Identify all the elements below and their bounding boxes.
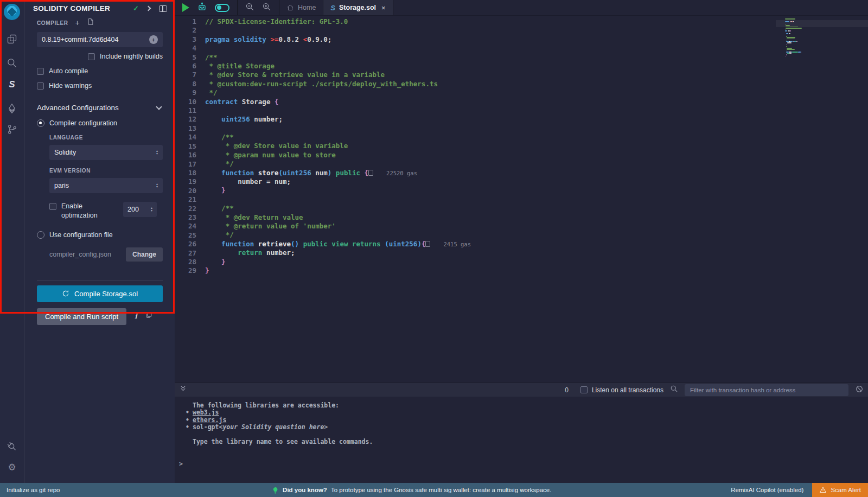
add-compiler-icon[interactable]: + [75,20,80,26]
code-line[interactable]: } [205,258,868,266]
code-line[interactable]: function retrieve() public view returns … [205,240,868,248]
code-line[interactable]: number = num; [205,177,868,186]
code-line[interactable]: * @title Storage [205,62,868,71]
code-line[interactable]: */ [205,160,868,168]
line-number[interactable]: 11 [175,106,196,115]
ethers-link[interactable]: ethers.js [193,417,226,424]
compile-button[interactable]: Compile Storage.sol [37,285,163,302]
line-number[interactable]: 25 [175,231,196,240]
code-line[interactable] [205,44,868,53]
code-line[interactable]: // SPDX-License-Identifier: GPL-3.0 [205,17,868,26]
code-line[interactable]: */ [205,88,868,97]
code-line[interactable]: * @dev Store value in variable [205,142,868,150]
line-number[interactable]: 10 [175,98,196,106]
init-git-repo-button[interactable]: Initialize as git repo [7,487,60,493]
code-line[interactable]: /** [205,204,868,213]
clear-terminal-icon[interactable] [855,385,864,396]
git-branch-icon[interactable] [5,122,19,136]
code-line[interactable]: return number; [205,248,868,257]
optimization-runs-input[interactable] [127,206,146,213]
code-line[interactable]: uint256 number; [205,115,868,124]
enable-optimization-checkbox[interactable] [49,203,56,210]
collapse-terminal-icon[interactable] [179,385,187,395]
chevron-right-icon[interactable] [146,6,151,11]
zoom-out-icon[interactable] [245,2,254,14]
settings-gear-icon[interactable]: ⚙ [5,460,19,474]
code-line[interactable]: * @dev Store & retrieve value in a varia… [205,71,868,79]
web3-link[interactable]: web3.js [193,409,219,416]
zoom-in-icon[interactable] [262,2,271,14]
line-number-gutter[interactable]: 1234567891011121314151617181920212223242… [175,16,205,383]
deploy-run-ethereum-icon[interactable] [5,101,19,116]
evm-version-select[interactable]: paris ▴▾ [49,178,163,193]
compile-and-run-button[interactable]: Compile and Run script [37,308,126,325]
code-line[interactable]: /** [205,133,868,142]
line-number[interactable]: 4 [175,44,196,53]
solidity-compiler-icon[interactable]: S [5,78,19,92]
code-line[interactable] [205,106,868,115]
line-number[interactable]: 22 [175,205,196,213]
run-script-play-icon[interactable] [182,3,189,12]
info-icon[interactable]: i [135,313,137,320]
line-number[interactable]: 2 [175,26,196,35]
line-number[interactable]: 6 [175,62,196,71]
code-line[interactable]: } [205,266,868,275]
listen-all-transactions-checkbox[interactable] [580,386,588,393]
tab-home[interactable]: Home [279,0,323,15]
line-number[interactable]: 3 [175,35,196,44]
copy-icon[interactable] [145,311,152,321]
line-number[interactable]: 20 [175,187,196,195]
line-number[interactable]: 27 [175,249,196,258]
line-number[interactable]: 24 [175,222,196,231]
code-editor[interactable]: 1234567891011121314151617181920212223242… [175,16,868,383]
plugin-manager-icon[interactable] [5,439,19,454]
code-area[interactable]: // SPDX-License-Identifier: GPL-3.0pragm… [205,16,868,383]
line-number[interactable]: 29 [175,266,196,275]
change-config-button[interactable]: Change [126,247,163,262]
line-number[interactable]: 26 [175,240,196,248]
line-number[interactable]: 21 [175,195,196,204]
line-number[interactable]: 18 [175,169,196,177]
search-icon[interactable] [5,56,19,70]
code-line[interactable]: * @return value of 'number' [205,222,868,231]
line-number[interactable]: 15 [175,142,196,151]
split-panel-icon[interactable] [159,5,167,12]
compiler-version-select[interactable]: 0.8.19+commit.7dd6d404 ▴▾ [37,32,163,47]
code-line[interactable]: contract Storage { [205,98,868,106]
code-line[interactable]: * @custom:dev-run-script ./scripts/deplo… [205,80,868,88]
terminal-prompt[interactable]: > [179,461,868,468]
custom-compiler-file-icon[interactable] [87,18,94,28]
line-number[interactable]: 14 [175,133,196,142]
line-number[interactable]: 7 [175,71,196,79]
code-line[interactable]: /** [205,53,868,62]
scam-alert-badge[interactable]: Scam Alert [812,483,868,497]
auto-compile-checkbox[interactable] [37,68,44,75]
code-line[interactable]: */ [205,231,868,239]
include-nightly-checkbox[interactable] [88,53,95,60]
line-number[interactable]: 12 [175,115,196,124]
code-line[interactable]: function store(uint256 num) public { 225… [205,169,868,177]
code-line[interactable]: * @dev Return value [205,213,868,222]
code-line[interactable] [205,124,868,133]
stepper-caret-icon[interactable]: ▴▾ [151,207,152,212]
remix-logo-icon[interactable] [4,4,20,20]
line-number[interactable]: 13 [175,124,196,133]
copilot-status[interactable]: RemixAI Copilot (enabled) [731,487,803,493]
line-number[interactable]: 19 [175,177,196,186]
transaction-filter-input[interactable] [685,384,848,396]
code-line[interactable]: pragma solidity >=0.8.2 <0.9.0; [205,35,868,44]
use-configuration-file-radio[interactable] [37,231,44,239]
minimap[interactable] [784,16,835,383]
advanced-configurations-header[interactable]: Advanced Configurations [37,104,163,112]
code-line[interactable] [205,26,868,35]
hide-warnings-checkbox[interactable] [37,82,44,90]
terminal-search-icon[interactable] [670,385,678,395]
file-explorer-icon[interactable] [5,32,19,46]
optimization-runs-stepper[interactable]: ▴▾ [123,202,157,217]
compiler-configuration-radio[interactable] [37,119,44,127]
line-number[interactable]: 8 [175,80,196,88]
code-line[interactable] [205,195,868,204]
line-number[interactable]: 17 [175,160,196,169]
close-tab-icon[interactable]: × [381,4,386,12]
line-number[interactable]: 28 [175,258,196,266]
